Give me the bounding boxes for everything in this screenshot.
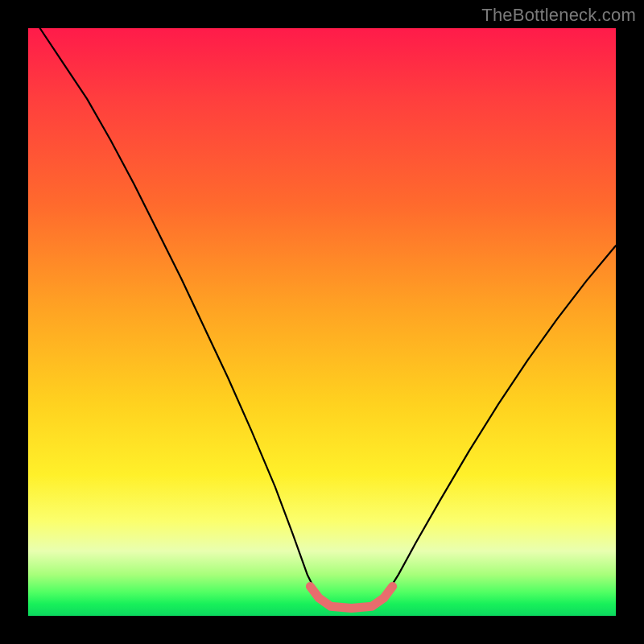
chart-frame: TheBottleneck.com — [0, 0, 644, 644]
curve-black — [40, 28, 616, 609]
watermark-label: TheBottleneck.com — [481, 5, 636, 26]
highlight-pink — [310, 587, 392, 609]
curve-svg — [28, 28, 616, 616]
plot-area — [28, 28, 616, 616]
